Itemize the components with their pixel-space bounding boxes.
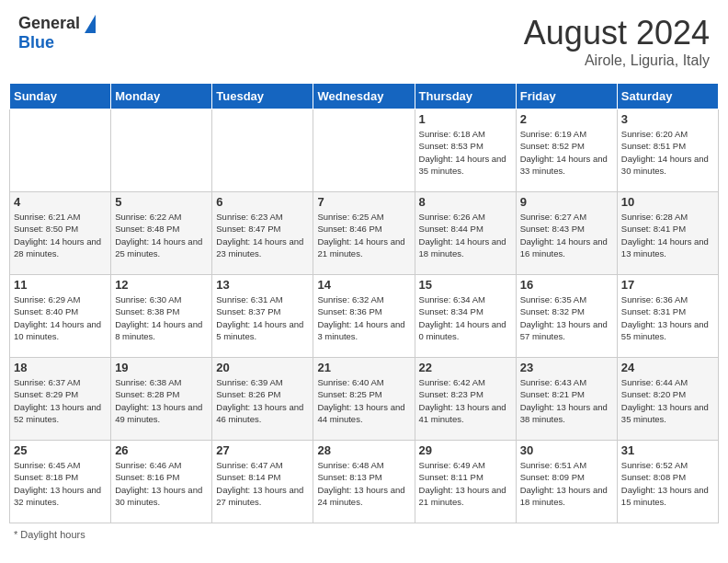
calendar-cell: 31Sunrise: 6:52 AM Sunset: 8:08 PM Dayli…: [617, 441, 718, 523]
calendar-cell: 26Sunrise: 6:46 AM Sunset: 8:16 PM Dayli…: [111, 441, 212, 523]
day-info: Sunrise: 6:30 AM Sunset: 8:38 PM Dayligh…: [115, 293, 208, 342]
calendar-cell: 19Sunrise: 6:38 AM Sunset: 8:28 PM Dayli…: [111, 358, 212, 441]
day-number: 27: [216, 443, 309, 457]
day-number: 22: [419, 361, 512, 374]
calendar-cell: 25Sunrise: 6:45 AM Sunset: 8:18 PM Dayli…: [10, 441, 111, 523]
day-info: Sunrise: 6:45 AM Sunset: 8:18 PM Dayligh…: [14, 459, 107, 508]
day-info: Sunrise: 6:18 AM Sunset: 8:53 PM Dayligh…: [419, 128, 512, 177]
calendar-week-4: 18Sunrise: 6:37 AM Sunset: 8:29 PM Dayli…: [10, 358, 719, 441]
day-number: 8: [419, 195, 512, 209]
day-number: 14: [317, 278, 410, 292]
calendar-table: SundayMondayTuesdayWednesdayThursdayFrid…: [9, 83, 719, 523]
day-info: Sunrise: 6:43 AM Sunset: 8:21 PM Dayligh…: [520, 376, 613, 425]
day-info: Sunrise: 6:34 AM Sunset: 8:34 PM Dayligh…: [419, 293, 512, 342]
day-number: 4: [14, 195, 107, 209]
calendar-week-5: 25Sunrise: 6:45 AM Sunset: 8:18 PM Dayli…: [10, 441, 719, 523]
calendar-header-wednesday: Wednesday: [313, 84, 415, 109]
calendar-cell: 15Sunrise: 6:34 AM Sunset: 8:34 PM Dayli…: [415, 275, 516, 358]
day-number: 3: [621, 112, 714, 126]
calendar-cell: 13Sunrise: 6:31 AM Sunset: 8:37 PM Dayli…: [212, 275, 313, 358]
calendar-cell: 22Sunrise: 6:42 AM Sunset: 8:23 PM Dayli…: [415, 358, 516, 441]
calendar-cell: 8Sunrise: 6:26 AM Sunset: 8:44 PM Daylig…: [415, 192, 516, 275]
calendar-cell: 5Sunrise: 6:22 AM Sunset: 8:48 PM Daylig…: [111, 192, 212, 275]
calendar-cell: 14Sunrise: 6:32 AM Sunset: 8:36 PM Dayli…: [313, 275, 415, 358]
day-number: 30: [520, 443, 613, 457]
calendar-header-friday: Friday: [516, 84, 617, 109]
calendar-cell: [313, 109, 415, 192]
calendar-cell: 20Sunrise: 6:39 AM Sunset: 8:26 PM Dayli…: [212, 358, 313, 441]
day-number: 28: [317, 443, 410, 457]
calendar-cell: 11Sunrise: 6:29 AM Sunset: 8:40 PM Dayli…: [10, 275, 111, 358]
day-info: Sunrise: 6:48 AM Sunset: 8:13 PM Dayligh…: [317, 459, 410, 508]
day-info: Sunrise: 6:22 AM Sunset: 8:48 PM Dayligh…: [115, 211, 208, 259]
day-number: 6: [216, 195, 309, 209]
calendar-cell: 18Sunrise: 6:37 AM Sunset: 8:29 PM Dayli…: [10, 358, 111, 441]
calendar-cell: 10Sunrise: 6:28 AM Sunset: 8:41 PM Dayli…: [617, 192, 718, 275]
day-number: 5: [115, 195, 208, 209]
calendar-cell: [10, 109, 111, 192]
day-info: Sunrise: 6:35 AM Sunset: 8:32 PM Dayligh…: [520, 293, 613, 342]
logo-general-text: General: [18, 14, 80, 33]
day-info: Sunrise: 6:36 AM Sunset: 8:31 PM Dayligh…: [621, 293, 714, 342]
day-number: 17: [621, 278, 714, 292]
day-number: 10: [621, 195, 714, 209]
calendar-cell: 3Sunrise: 6:20 AM Sunset: 8:51 PM Daylig…: [617, 109, 718, 192]
calendar-cell: [111, 109, 212, 192]
footer-note: * Daylight hours: [9, 529, 719, 540]
calendar-cell: 24Sunrise: 6:44 AM Sunset: 8:20 PM Dayli…: [617, 358, 718, 441]
day-info: Sunrise: 6:31 AM Sunset: 8:37 PM Dayligh…: [216, 293, 309, 342]
day-info: Sunrise: 6:29 AM Sunset: 8:40 PM Dayligh…: [14, 293, 107, 342]
day-number: 20: [216, 361, 309, 374]
calendar-week-1: 1Sunrise: 6:18 AM Sunset: 8:53 PM Daylig…: [10, 109, 719, 192]
day-info: Sunrise: 6:26 AM Sunset: 8:44 PM Dayligh…: [419, 211, 512, 259]
day-info: Sunrise: 6:52 AM Sunset: 8:08 PM Dayligh…: [621, 459, 714, 508]
day-info: Sunrise: 6:47 AM Sunset: 8:14 PM Dayligh…: [216, 459, 309, 508]
calendar-header-sunday: Sunday: [10, 84, 111, 109]
day-number: 12: [115, 278, 208, 292]
day-info: Sunrise: 6:51 AM Sunset: 8:09 PM Dayligh…: [520, 459, 613, 508]
day-number: 29: [419, 443, 512, 457]
calendar-week-3: 11Sunrise: 6:29 AM Sunset: 8:40 PM Dayli…: [10, 275, 719, 358]
month-year-title: August 2024: [524, 14, 710, 52]
day-number: 13: [216, 278, 309, 292]
day-info: Sunrise: 6:37 AM Sunset: 8:29 PM Dayligh…: [14, 376, 107, 425]
calendar-header-tuesday: Tuesday: [212, 84, 313, 109]
calendar-cell: 16Sunrise: 6:35 AM Sunset: 8:32 PM Dayli…: [516, 275, 617, 358]
calendar-cell: 1Sunrise: 6:18 AM Sunset: 8:53 PM Daylig…: [415, 109, 516, 192]
day-info: Sunrise: 6:23 AM Sunset: 8:47 PM Dayligh…: [216, 211, 309, 259]
day-number: 2: [520, 112, 613, 126]
day-info: Sunrise: 6:21 AM Sunset: 8:50 PM Dayligh…: [14, 211, 107, 259]
day-info: Sunrise: 6:40 AM Sunset: 8:25 PM Dayligh…: [317, 376, 410, 425]
calendar-cell: 30Sunrise: 6:51 AM Sunset: 8:09 PM Dayli…: [516, 441, 617, 523]
day-number: 1: [419, 112, 512, 126]
calendar-cell: 12Sunrise: 6:30 AM Sunset: 8:38 PM Dayli…: [111, 275, 212, 358]
day-info: Sunrise: 6:46 AM Sunset: 8:16 PM Dayligh…: [115, 459, 208, 508]
calendar-cell: 17Sunrise: 6:36 AM Sunset: 8:31 PM Dayli…: [617, 275, 718, 358]
day-info: Sunrise: 6:38 AM Sunset: 8:28 PM Dayligh…: [115, 376, 208, 425]
day-info: Sunrise: 6:19 AM Sunset: 8:52 PM Dayligh…: [520, 128, 613, 177]
calendar-cell: [212, 109, 313, 192]
day-number: 16: [520, 278, 613, 292]
day-number: 26: [115, 443, 208, 457]
day-number: 24: [621, 361, 714, 374]
calendar-header-thursday: Thursday: [415, 84, 516, 109]
day-number: 15: [419, 278, 512, 292]
calendar-cell: 28Sunrise: 6:48 AM Sunset: 8:13 PM Dayli…: [313, 441, 415, 523]
day-info: Sunrise: 6:25 AM Sunset: 8:46 PM Dayligh…: [317, 211, 410, 259]
calendar-cell: 23Sunrise: 6:43 AM Sunset: 8:21 PM Dayli…: [516, 358, 617, 441]
day-number: 9: [520, 195, 613, 209]
calendar-header-row: SundayMondayTuesdayWednesdayThursdayFrid…: [10, 84, 719, 109]
day-number: 31: [621, 443, 714, 457]
day-info: Sunrise: 6:32 AM Sunset: 8:36 PM Dayligh…: [317, 293, 410, 342]
calendar-cell: 9Sunrise: 6:27 AM Sunset: 8:43 PM Daylig…: [516, 192, 617, 275]
day-number: 21: [317, 361, 410, 374]
calendar-cell: 6Sunrise: 6:23 AM Sunset: 8:47 PM Daylig…: [212, 192, 313, 275]
day-info: Sunrise: 6:28 AM Sunset: 8:41 PM Dayligh…: [621, 211, 714, 259]
day-number: 7: [317, 195, 410, 209]
calendar-cell: 7Sunrise: 6:25 AM Sunset: 8:46 PM Daylig…: [313, 192, 415, 275]
day-info: Sunrise: 6:42 AM Sunset: 8:23 PM Dayligh…: [419, 376, 512, 425]
day-info: Sunrise: 6:20 AM Sunset: 8:51 PM Dayligh…: [621, 128, 714, 177]
day-info: Sunrise: 6:44 AM Sunset: 8:20 PM Dayligh…: [621, 376, 714, 425]
day-info: Sunrise: 6:39 AM Sunset: 8:26 PM Dayligh…: [216, 376, 309, 425]
day-info: Sunrise: 6:27 AM Sunset: 8:43 PM Dayligh…: [520, 211, 613, 259]
